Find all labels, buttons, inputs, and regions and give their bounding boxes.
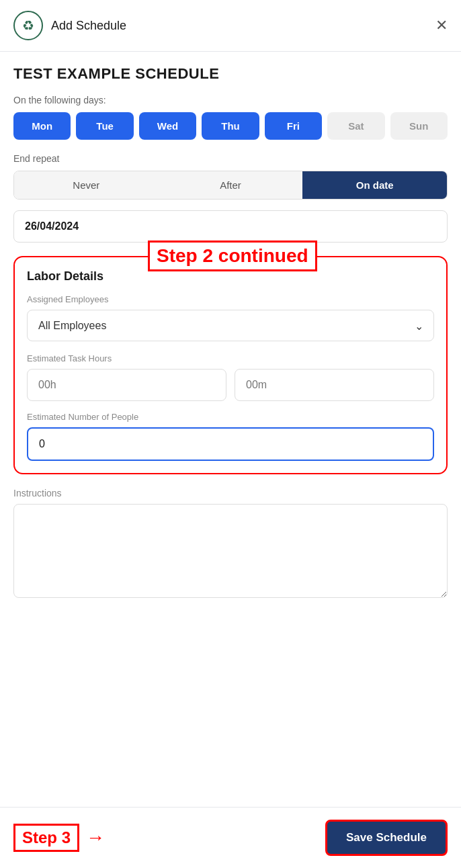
estimated-people-input[interactable] [27, 427, 434, 461]
day-button-fri[interactable]: Fri [265, 112, 322, 140]
repeat-never-button[interactable]: Never [14, 171, 159, 199]
instructions-label: Instructions [13, 488, 448, 498]
arrow-icon: → [86, 827, 105, 849]
task-hours-row [27, 369, 434, 401]
dialog-content: TEST EXAMPLE SCHEDULE On the following d… [0, 52, 461, 614]
step3-label: Step 3 [13, 824, 79, 852]
save-schedule-button[interactable]: Save Schedule [325, 820, 448, 856]
labor-details-section: Labor Details Assigned Employees All Emp… [13, 256, 448, 474]
end-repeat-label: End repeat [13, 153, 448, 164]
repeat-on-date-button[interactable]: On date [302, 171, 447, 199]
days-row: Mon Tue Wed Thu Fri Sat Sun [13, 112, 448, 140]
minutes-input[interactable] [235, 369, 434, 401]
estimated-task-hours-label: Estimated Task Hours [27, 353, 434, 363]
app-logo-icon: ♻ [13, 11, 43, 40]
schedule-title: TEST EXAMPLE SCHEDULE [13, 65, 448, 83]
day-button-sat[interactable]: Sat [327, 112, 384, 140]
step2-label: Step 2 continued [148, 241, 317, 271]
instructions-textarea[interactable] [13, 504, 448, 598]
date-value: 26/04/2024 [25, 220, 79, 232]
estimated-people-label: Estimated Number of People [27, 412, 434, 422]
day-button-tue[interactable]: Tue [76, 112, 133, 140]
repeat-after-button[interactable]: After [159, 171, 303, 199]
hours-input[interactable] [27, 369, 226, 401]
header-left: ♻ Add Schedule [13, 11, 126, 40]
labor-details-title: Labor Details [27, 269, 434, 284]
assigned-employees-label: Assigned Employees [27, 294, 434, 304]
assigned-employees-wrapper: All Employees ⌄ [27, 310, 434, 341]
day-button-sun[interactable]: Sun [390, 112, 448, 140]
day-button-wed[interactable]: Wed [139, 112, 196, 140]
day-button-mon[interactable]: Mon [13, 112, 71, 140]
day-button-thu[interactable]: Thu [202, 112, 259, 140]
close-button[interactable]: ✕ [435, 18, 448, 33]
dialog-footer: Step 3 → Save Schedule [0, 807, 461, 868]
days-section-label: On the following days: [13, 95, 448, 105]
dialog-header: ♻ Add Schedule ✕ [0, 0, 461, 52]
dialog-title: Add Schedule [51, 19, 126, 33]
date-field[interactable]: 26/04/2024 [13, 210, 448, 243]
assigned-employees-select[interactable]: All Employees [27, 310, 434, 341]
repeat-toggle: Never After On date [13, 171, 448, 200]
footer-annotation: Step 3 → [13, 824, 105, 852]
